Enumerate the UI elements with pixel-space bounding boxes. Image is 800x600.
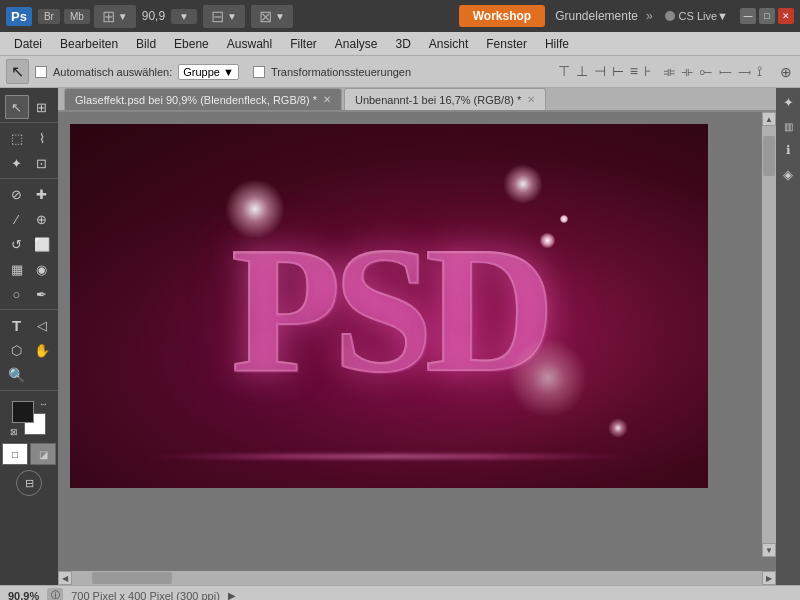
shape-tool[interactable]: ⬡ <box>5 338 29 362</box>
scroll-thumb-vertical[interactable] <box>763 136 775 176</box>
minibrige-button[interactable]: Mb <box>64 9 90 24</box>
distribute-v-icon[interactable]: ⟚ <box>661 63 677 80</box>
tab-unbenannt-close[interactable]: ✕ <box>527 94 535 105</box>
align-distribute-icons: ⊤ ⊥ ⊣ ⊢ ≡ ⊦ ⟚ ⟛ ⟜ ⟝ ⟞ ⟟ <box>556 63 764 80</box>
vertical-scrollbar[interactable]: ▲ ▼ <box>762 112 776 557</box>
scroll-left-arrow[interactable]: ◀ <box>58 571 72 585</box>
horizontal-scrollbar[interactable]: ◀ ▶ <box>58 571 776 585</box>
menu-analyse[interactable]: Analyse <box>327 35 386 53</box>
status-info-button[interactable]: ⓘ <box>47 588 63 601</box>
arrange-dropdown[interactable]: ⊟▼ <box>203 5 245 28</box>
blur-tool[interactable]: ◉ <box>30 257 54 281</box>
align-top-icon[interactable]: ⊤ <box>556 63 572 80</box>
tab-glaseffekt-label: Glaseffekt.psd bei 90,9% (Blendenfleck, … <box>75 94 317 106</box>
crop-tool[interactable]: ⊡ <box>30 151 54 175</box>
menu-auswahl[interactable]: Auswahl <box>219 35 280 53</box>
extra-options-icon[interactable]: ⊕ <box>778 64 794 80</box>
workshop-button[interactable]: Workshop <box>459 5 545 27</box>
foreground-background-colors[interactable]: ↔ ⊠ <box>12 401 46 435</box>
gradient-tool[interactable]: ▦ <box>5 257 29 281</box>
scroll-up-arrow[interactable]: ▲ <box>762 112 776 126</box>
menu-filter[interactable]: Filter <box>282 35 325 53</box>
quick-mask-button[interactable]: ◪ <box>30 443 56 465</box>
brush-tool[interactable]: ∕ <box>5 207 29 231</box>
maximize-button[interactable]: □ <box>759 8 775 24</box>
cs-live-section[interactable]: CS Live▼ <box>665 10 728 22</box>
launch-dropdown[interactable]: ⊞▼ <box>94 5 136 28</box>
text-tool[interactable]: T <box>5 313 29 337</box>
panel-icon-layers[interactable]: ◈ <box>778 164 798 184</box>
distribute-5-icon[interactable]: ⟟ <box>755 63 764 80</box>
menu-bearbeiten[interactable]: Bearbeiten <box>52 35 126 53</box>
zoom-value: 90,9 <box>142 9 165 23</box>
auto-select-checkbox[interactable] <box>35 66 47 78</box>
panel-icon-star[interactable]: ✦ <box>778 92 798 112</box>
align-hcenter-icon[interactable]: ≡ <box>628 63 640 80</box>
reset-colors-icon[interactable]: ⊠ <box>10 427 18 437</box>
stamp-tool[interactable]: ⊕ <box>30 207 54 231</box>
menu-ansicht[interactable]: Ansicht <box>421 35 476 53</box>
panel-icon-info[interactable]: ℹ <box>778 140 798 160</box>
scroll-track-horizontal[interactable] <box>72 571 762 585</box>
group-dropdown[interactable]: Gruppe ▼ <box>178 64 239 80</box>
pen-tool[interactable]: ✒ <box>30 282 54 306</box>
right-collapsed-panels: ✦ ▥ ℹ ◈ <box>776 88 800 585</box>
artboard-tool[interactable]: ⊞ <box>30 95 54 119</box>
lasso-tool[interactable]: ⌇ <box>30 126 54 150</box>
zoom-tool[interactable]: 🔍 <box>5 363 29 387</box>
bridge-button[interactable]: Br <box>38 9 60 24</box>
menu-3d[interactable]: 3D <box>388 35 419 53</box>
menu-bild[interactable]: Bild <box>128 35 164 53</box>
status-more-button[interactable]: ▶ <box>228 590 236 600</box>
grundelemente-button[interactable]: Grundelemente <box>555 9 638 23</box>
zoom-dropdown[interactable]: ▼ <box>171 9 197 24</box>
eyedropper-tool[interactable]: ⊘ <box>5 182 29 206</box>
transform-checkbox[interactable] <box>253 66 265 78</box>
window-controls: — □ ✕ <box>740 8 794 24</box>
move-tool[interactable]: ↖ <box>5 95 29 119</box>
canvas-scroll-area[interactable]: PSD ↖ ▲ ▼ <box>58 112 776 571</box>
menu-ebene[interactable]: Ebene <box>166 35 217 53</box>
history-brush-tool[interactable]: ↺ <box>5 232 29 256</box>
scroll-thumb-horizontal[interactable] <box>92 572 172 584</box>
screen-mode-button[interactable]: ⊟ <box>16 470 42 496</box>
panel-icon-histogram[interactable]: ▥ <box>778 116 798 136</box>
scroll-down-arrow[interactable]: ▼ <box>762 543 776 557</box>
dodge-tool[interactable]: ○ <box>5 282 29 306</box>
switch-colors-icon[interactable]: ↔ <box>39 399 48 409</box>
menu-fenster[interactable]: Fenster <box>478 35 535 53</box>
auto-select-label: Automatisch auswählen: <box>53 66 172 78</box>
close-button[interactable]: ✕ <box>778 8 794 24</box>
view-dropdown[interactable]: ⊠▼ <box>251 5 293 28</box>
tabs-bar: Glaseffekt.psd bei 90,9% (Blendenfleck, … <box>58 88 776 112</box>
tab-unbenannt[interactable]: Unbenannt-1 bei 16,7% (RGB/8) * ✕ <box>344 88 546 110</box>
minimize-button[interactable]: — <box>740 8 756 24</box>
distribute-h-icon[interactable]: ⟛ <box>679 63 695 80</box>
scroll-right-arrow[interactable]: ▶ <box>762 571 776 585</box>
quick-select-tool[interactable]: ✦ <box>5 151 29 175</box>
align-left-icon[interactable]: ⊢ <box>610 63 626 80</box>
foreground-color-box[interactable] <box>12 401 34 423</box>
hand-tool[interactable]: ✋ <box>30 338 54 362</box>
more-workspaces-button[interactable]: » <box>646 9 653 23</box>
selection-tools: ↖ ⊞ <box>0 92 58 123</box>
standard-mode-button[interactable]: □ <box>2 443 28 465</box>
cs-live-label[interactable]: CS Live▼ <box>679 10 728 22</box>
healing-tool[interactable]: ✚ <box>30 182 54 206</box>
tab-glaseffekt[interactable]: Glaseffekt.psd bei 90,9% (Blendenfleck, … <box>64 88 342 110</box>
empty-tool <box>30 363 54 387</box>
eraser-tool[interactable]: ⬜ <box>30 232 54 256</box>
align-vcenter-icon[interactable]: ⊥ <box>574 63 590 80</box>
menu-hilfe[interactable]: Hilfe <box>537 35 577 53</box>
menu-datei[interactable]: Datei <box>6 35 50 53</box>
distribute-3-icon[interactable]: ⟝ <box>717 63 734 80</box>
distribute-2-icon[interactable]: ⟜ <box>697 63 715 80</box>
align-bottom-icon[interactable]: ⊣ <box>592 63 608 80</box>
tab-glaseffekt-close[interactable]: ✕ <box>323 94 331 105</box>
distribute-4-icon[interactable]: ⟞ <box>736 63 753 80</box>
scroll-track-vertical[interactable] <box>762 126 776 543</box>
align-right-icon[interactable]: ⊦ <box>642 63 653 80</box>
tool-options-icon[interactable]: ↖ <box>6 59 29 84</box>
path-select-tool[interactable]: ◁ <box>30 313 54 337</box>
marquee-rect-tool[interactable]: ⬚ <box>5 126 29 150</box>
